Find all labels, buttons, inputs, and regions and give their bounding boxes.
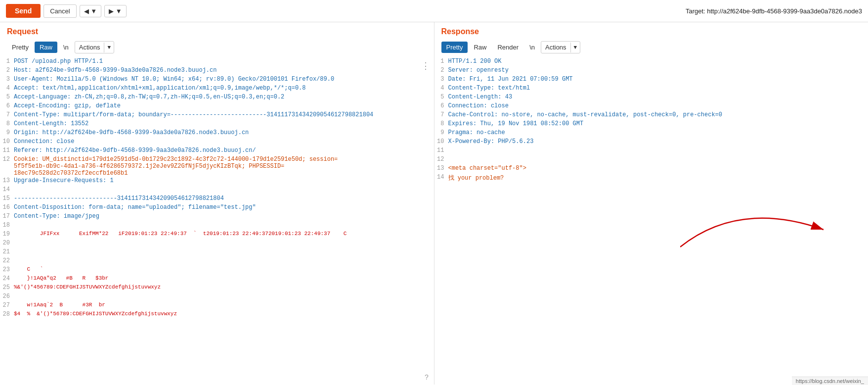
tab-response-actions-label: Actions: [541, 42, 570, 53]
response-header: Response: [434, 22, 868, 41]
nav-back-group: ◀ ▼: [80, 5, 101, 17]
table-row: 15 -----------------------------31411173…: [0, 194, 434, 203]
annotation-arrow: [680, 210, 838, 251]
request-code-area: 1 POST /upload.php HTTP/1.1 2 Host: a2f6…: [0, 57, 434, 319]
table-row: 6 Accept-Encoding: gzip, deflate: [0, 102, 434, 111]
request-title: Request: [7, 27, 427, 36]
main-split: Request Pretty Raw \n Actions ▼ 1 POST /…: [0, 22, 868, 385]
tab-request-actions-chevron: ▼: [104, 43, 114, 52]
table-row: 8 Expires: Thu, 19 Nov 1981 08:52:00 GMT: [434, 120, 868, 129]
nav-forward-button[interactable]: ▶ ▼: [104, 5, 126, 17]
response-title: Response: [441, 27, 862, 36]
send-button[interactable]: Send: [6, 4, 41, 18]
toolbar-left: Send Cancel ◀ ▼ ▶ ▼: [6, 4, 127, 18]
table-row: 27 w!1Aaq`2 B #3R br: [0, 301, 434, 310]
table-row: 14 找 your problem?: [434, 173, 868, 182]
table-row: 5 Content-Length: 43: [434, 93, 868, 102]
table-row: 10 Connection: close: [0, 138, 434, 146]
request-content[interactable]: 1 POST /upload.php HTTP/1.1 2 Host: a2f6…: [0, 56, 434, 385]
toolbar: Send Cancel ◀ ▼ ▶ ▼ Target: http://a2f62…: [0, 0, 868, 22]
tab-response-render[interactable]: Render: [492, 42, 523, 53]
table-row: 12: [434, 155, 868, 164]
status-url: https://blog.csdn.net/weixin_: [796, 378, 864, 384]
nav-forward-group: ▶ ▼: [104, 5, 126, 17]
table-row: 4 Accept: text/html,application/xhtml+xm…: [0, 84, 434, 93]
table-row: 14: [0, 186, 434, 194]
request-header: Request: [0, 22, 434, 41]
table-row: 19 JFIFxx ExifMM*22 iF2019:01:23 22:49:3…: [0, 230, 434, 239]
context-menu-icon[interactable]: ⋮: [421, 60, 430, 71]
table-row: 6 Connection: close: [434, 102, 868, 111]
response-content[interactable]: 1 HTTP/1.1 200 OK 2 Server: openresty 3 …: [434, 56, 868, 385]
table-row: 13 Upgrade-Insecure-Requests: 1: [0, 177, 434, 186]
nav-back-button[interactable]: ◀ ▼: [80, 5, 101, 17]
tab-request-n[interactable]: \n: [58, 42, 74, 53]
table-row: 8 Content-Length: 13552: [0, 120, 434, 129]
table-row: 11 Referer: http://a2f624be-9dfb-4568-93…: [0, 146, 434, 155]
table-row: 26: [0, 292, 434, 301]
request-pane: Request Pretty Raw \n Actions ▼ 1 POST /…: [0, 22, 434, 385]
cancel-button[interactable]: Cancel: [43, 4, 76, 18]
request-tab-bar: Pretty Raw \n Actions ▼: [0, 41, 434, 56]
table-row: 17 Content-Type: image/jpeg: [0, 212, 434, 221]
table-row: 21: [0, 248, 434, 257]
table-row: 2 Server: openresty: [434, 66, 868, 75]
tab-response-actions-chevron: ▼: [570, 43, 580, 52]
table-row: 9 Origin: http://a2f624be-9dfb-4568-9399…: [0, 129, 434, 138]
table-row: 4 Content-Type: text/html: [434, 84, 868, 93]
response-tab-bar: Pretty Raw Render \n Actions ▼: [434, 41, 868, 56]
tab-request-pretty[interactable]: Pretty: [7, 42, 34, 53]
table-row: 5 Accept-Language: zh-CN,zh;q=0.8,zh-TW;…: [0, 93, 434, 102]
tab-request-raw[interactable]: Raw: [35, 42, 57, 53]
tab-response-raw[interactable]: Raw: [469, 42, 491, 53]
table-row: 24 }!1AQa"q2 #B R $3br: [0, 275, 434, 284]
tab-response-pretty[interactable]: Pretty: [441, 42, 468, 53]
table-row: 9 Pragma: no-cache: [434, 129, 868, 138]
table-row: 28 $4 % &'()*56789:CDEFGHIJSTUVWXYZcdefg…: [0, 310, 434, 319]
table-row: 13 <meta charset="utf-8">: [434, 164, 868, 173]
table-row: 23 C `: [0, 266, 434, 275]
table-row: 12 Cookie: UM_distinctid=179d1e2591d5d-0…: [0, 155, 434, 177]
tab-response-n[interactable]: \n: [524, 42, 540, 53]
table-row: 25 %&'()*456789:CDEFGHIJSTUVWXYZcdefghij…: [0, 284, 434, 292]
table-row: 2 Host: a2f624be-9dfb-4568-9399-9aa3de0a…: [0, 66, 434, 75]
table-row: 16 Content-Disposition: form-data; name=…: [0, 203, 434, 212]
table-row: 18: [0, 221, 434, 230]
tab-request-actions[interactable]: Actions ▼: [75, 41, 114, 53]
table-row: 7 Cache-Control: no-store, no-cache, mus…: [434, 111, 868, 120]
target-label: Target: http://a2f624be-9dfb-4568-9399-9…: [686, 7, 862, 15]
table-row: 10 X-Powered-By: PHP/5.6.23: [434, 138, 868, 146]
table-row: 3 Date: Fri, 11 Jun 2021 07:00:59 GMT: [434, 75, 868, 84]
table-row: 11: [434, 146, 868, 155]
response-pane: Response Pretty Raw Render \n Actions ▼ …: [434, 22, 868, 385]
status-bar: https://blog.csdn.net/weixin_: [792, 377, 868, 385]
table-row: 20: [0, 239, 434, 248]
help-icon[interactable]: ?: [425, 374, 429, 382]
tab-response-actions[interactable]: Actions ▼: [541, 41, 580, 53]
table-row: 1 HTTP/1.1 200 OK: [434, 57, 868, 66]
table-row: 3 User-Agent: Mozilla/5.0 (Windows NT 10…: [0, 75, 434, 84]
response-code-area: 1 HTTP/1.1 200 OK 2 Server: openresty 3 …: [434, 57, 868, 182]
table-row: 22: [0, 257, 434, 266]
table-row: 1 POST /upload.php HTTP/1.1: [0, 57, 434, 66]
table-row: 7 Content-Type: multipart/form-data; bou…: [0, 111, 434, 120]
tab-request-actions-label: Actions: [75, 42, 104, 53]
